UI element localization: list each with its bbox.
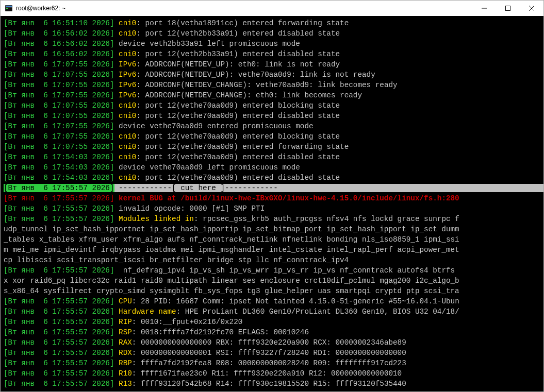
log-source: Hardware name xyxy=(119,308,176,316)
log-message: : HPE ProLiant DL360 Gen10/ProLiant DL36… xyxy=(176,308,459,316)
timestamp: [Вт янв 6 17:07:55 2026] xyxy=(4,91,114,99)
log-message: : rpcsec_gss_krb5 auth_rpcgss nfsv4 nfs … xyxy=(194,215,459,223)
log-message: : port 12(vethe70aa0d9) entered forwardi… xyxy=(136,143,349,151)
log-line: [Вт янв 6 17:55:57 2026] CPU: 28 PID: 16… xyxy=(4,296,540,306)
log-message: : ADDRCONF(NETDEV_UP): vethe70aa0d9: lin… xyxy=(136,71,375,79)
log-line: [Вт янв 6 17:55:57 2026] RDX: 0000000000… xyxy=(4,348,540,358)
log-source: cni0 xyxy=(119,50,136,58)
timestamp: [Вт янв 6 17:55:57 2026] xyxy=(4,204,114,213)
log-wrap: x xor raid6_pq libcrc32c raid1 raid0 mul… xyxy=(4,277,459,285)
log-message: : ADDRCONF(NETDEV_CHANGE): eth0: link be… xyxy=(136,91,362,99)
log-wrap: m mei_me ipmi_devintf irqbypass ioatdma … xyxy=(4,246,459,254)
log-line: cp libiscsi scsi_transport_iscsi br_netf… xyxy=(4,255,540,265)
log-source: RIP xyxy=(119,318,132,326)
timestamp: [Вт янв 6 17:54:03 2026] xyxy=(4,174,114,182)
log-line: [Вт янв 6 17:55:57 2026] RBP: ffffa7fd21… xyxy=(4,358,540,368)
timestamp: [Вт янв 6 17:55:57 2026] xyxy=(4,194,114,202)
log-source: R13 xyxy=(119,380,132,388)
log-line: [Вт янв 6 17:55:57 2026] invalid opcode:… xyxy=(4,203,540,214)
log-message: : port 12(vethe70aa0d9) entered disabled… xyxy=(136,174,340,182)
timestamp: [Вт янв 6 17:07:55 2026] xyxy=(4,81,114,89)
log-source: RBP xyxy=(119,359,132,367)
window-title: root@worker62: ~ xyxy=(16,5,65,12)
timestamp: [Вт янв 6 17:07:55 2026] xyxy=(4,132,114,141)
minimize-button[interactable] xyxy=(472,1,496,16)
log-line: [Вт янв 6 17:55:57 2026] RIP: 0010:__fpu… xyxy=(4,317,540,327)
log-message: : port 18(vetha18911cc) entered forwardi… xyxy=(136,19,349,27)
titlebar[interactable]: root@worker62: ~ xyxy=(1,1,543,16)
titlebar-left: root@worker62: ~ xyxy=(5,4,65,12)
svg-rect-2 xyxy=(6,8,12,11)
window-controls xyxy=(472,1,543,16)
log-line: [Вт янв 6 17:07:55 2026] cni0: port 12(v… xyxy=(4,100,540,111)
timestamp: [Вт янв 6 17:55:57 2026] xyxy=(4,266,114,275)
timestamp: [Вт янв 6 16:51:10 2026] xyxy=(4,19,114,27)
log-line: [Вт янв 6 17:54:03 2026] cni0: port 12(v… xyxy=(4,173,540,183)
log-line: [Вт янв 6 17:55:57 2026] Hardware name: … xyxy=(4,306,540,317)
log-wrap: s_x86_64 sysfillrect crypto_simd sysimgb… xyxy=(4,287,459,295)
log-message: : ffffa7fd2192fea8 R08: 0000000000028240… xyxy=(132,359,406,367)
log-message: : ADDRCONF(NETDEV_UP): eth0: link is not… xyxy=(136,60,340,69)
log-message: invalid opcode: 0000 [#1] SMP PTI xyxy=(119,204,265,213)
log-message: : port 12(vethe70aa0d9) entered blocking… xyxy=(136,101,340,110)
log-line: [Вт янв 6 17:07:55 2026] IPv6: ADDRCONF(… xyxy=(4,59,540,70)
log-message: : 0018:ffffa7fd2192fe70 EFLAGS: 00010246 xyxy=(132,328,309,336)
log-line: m mei_me ipmi_devintf irqbypass ioatdma … xyxy=(4,245,540,255)
timestamp: [Вт янв 6 17:07:55 2026] xyxy=(4,112,114,120)
log-line: s_x86_64 sysfillrect crypto_simd sysimgb… xyxy=(4,286,540,296)
log-message: : port 12(vethe70aa0d9) entered blocking… xyxy=(136,132,340,141)
timestamp: [Вт янв 6 17:07:55 2026] xyxy=(4,122,114,130)
log-message: : port 12(vethe70aa0d9) entered disabled… xyxy=(136,153,340,161)
log-line: [Вт янв 6 16:51:10 2026] cni0: port 18(v… xyxy=(4,18,540,28)
timestamp: [Вт янв 6 17:07:55 2026] xyxy=(4,101,114,110)
timestamp: [Вт янв 6 17:55:57 2026] xyxy=(4,369,114,378)
log-source: R10 xyxy=(119,369,132,378)
log-line: x xor raid6_pq libcrc32c raid1 raid0 mul… xyxy=(4,276,540,286)
window-frame: root@worker62: ~ [Вт янв 6 16:51:10 2026… xyxy=(0,0,544,392)
log-line: [Вт янв 6 17:07:55 2026] cni0: port 12(v… xyxy=(4,142,540,152)
log-line: [Вт янв 6 17:07:55 2026] device vethe70a… xyxy=(4,121,540,131)
cut-here: ------------[ cut here ]------------ xyxy=(114,184,544,192)
timestamp: [Вт янв 6 17:54:03 2026] xyxy=(4,153,114,161)
timestamp: [Вт янв 6 17:55:57 2026] xyxy=(4,328,114,336)
log-source: IPv6 xyxy=(119,91,136,99)
timestamp: [Вт янв 6 17:54:03 2026] xyxy=(4,163,114,172)
log-source: cni0 xyxy=(119,19,136,27)
log-message: : 28 PID: 16687 Comm: ipset Not tainted … xyxy=(132,297,459,305)
log-line: [Вт янв 6 17:07:55 2026] cni0: port 12(v… xyxy=(4,111,540,121)
log-message: : 0010:__fput+0x216/0x220 xyxy=(132,318,243,326)
timestamp: [Вт янв 6 17:07:55 2026] xyxy=(4,71,114,79)
log-source: Modules linked in xyxy=(119,215,194,223)
log-line: [Вт янв 6 17:55:57 2026] R13: ffff93120f… xyxy=(4,379,540,389)
log-source: cni0 xyxy=(119,101,136,110)
log-line: [Вт янв 6 17:55:57 2026] Modules linked … xyxy=(4,214,540,224)
log-line: [Вт янв 6 17:07:55 2026] IPv6: ADDRCONF(… xyxy=(4,80,540,90)
log-message: device veth2bb33a91 left promiscuous mod… xyxy=(119,40,300,48)
log-message: : ffff1671fae23c0 R11: ffff9320e220a910 … xyxy=(132,369,402,378)
log-wrap: udp_tunnel ip_set_hash_ipportnet ip_set_… xyxy=(4,225,459,233)
log-source: IPv6 xyxy=(119,81,136,89)
app-icon xyxy=(5,4,13,12)
log-line: _tables x_tables xfrm_user xfrm_algo auf… xyxy=(4,234,540,245)
terminal-viewport[interactable]: [Вт янв 6 16:51:10 2026] cni0: port 18(v… xyxy=(1,16,543,391)
timestamp: [Вт янв 6 17:55:57 2026] xyxy=(4,338,114,347)
timestamp: [Вт янв 6 16:56:02 2026] xyxy=(4,40,114,48)
log-line: [Вт янв 6 16:56:02 2026] cni0: port 12(v… xyxy=(4,49,540,59)
timestamp: [Вт янв 6 16:56:02 2026] xyxy=(4,50,114,58)
log-line: [Вт янв 6 17:55:57 2026] kernel BUG at /… xyxy=(4,193,540,203)
timestamp: [Вт янв 6 17:55:57 2026] xyxy=(4,297,114,305)
log-line: [Вт янв 6 17:54:03 2026] cni0: port 12(v… xyxy=(4,152,540,162)
log-source: cni0 xyxy=(119,153,136,161)
maximize-button[interactable] xyxy=(496,1,520,16)
log-source: CPU xyxy=(119,297,132,305)
log-message: : port 12(veth2bb33a91) entered disabled… xyxy=(136,29,340,38)
close-button[interactable] xyxy=(520,1,543,16)
timestamp: [Вт янв 6 17:07:55 2026] xyxy=(4,60,114,69)
log-wrap: _tables x_tables xfrm_user xfrm_algo auf… xyxy=(4,235,459,244)
log-line: [Вт янв 6 17:54:03 2026] device vethe70a… xyxy=(4,162,540,173)
timestamp: [Вт янв 6 17:55:57 2026] xyxy=(4,349,114,357)
log-line: [Вт янв 6 17:55:57 2026] RSP: 0018:ffffa… xyxy=(4,327,540,337)
log-source: IPv6 xyxy=(119,60,136,69)
log-line: [Вт янв 6 17:07:55 2026] IPv6: ADDRCONF(… xyxy=(4,70,540,80)
timestamp: [Вт янв 6 17:55:57 2026] xyxy=(4,318,114,326)
